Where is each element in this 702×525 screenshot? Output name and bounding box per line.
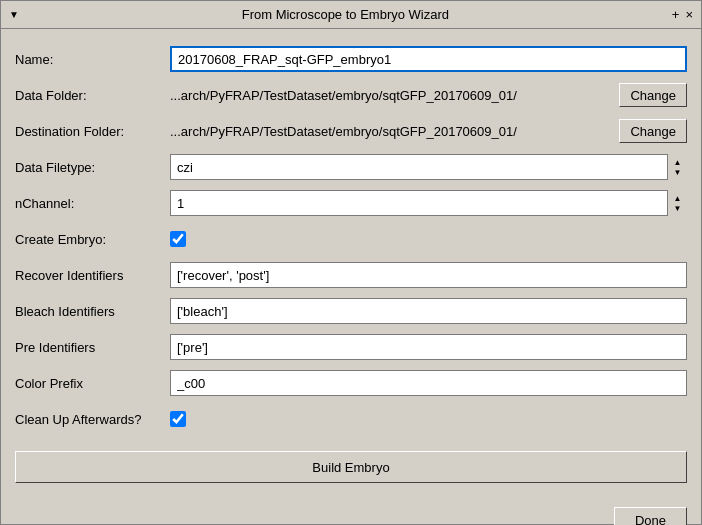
cleanup-checkbox[interactable] <box>170 411 186 427</box>
build-embryo-button[interactable]: Build Embryo <box>15 451 687 483</box>
close-button[interactable]: × <box>685 7 693 22</box>
cleanup-label: Clean Up Afterwards? <box>15 412 170 427</box>
bleach-identifiers-row: Bleach Identifiers <box>15 297 687 325</box>
nchannel-row: nChannel: 1 ▲ ▼ <box>15 189 687 217</box>
titlebar-controls: + × <box>672 7 693 22</box>
destination-folder-change-button[interactable]: Change <box>619 119 687 143</box>
create-embryo-row: Create Embryo: <box>15 225 687 253</box>
titlebar-arrow-icon: ▼ <box>9 9 19 20</box>
pre-identifiers-label: Pre Identifiers <box>15 340 170 355</box>
bottom-bar: Done <box>1 499 701 525</box>
form-content: Name: Data Folder: ...arch/PyFRAP/TestDa… <box>1 29 701 499</box>
pre-identifiers-row: Pre Identifiers <box>15 333 687 361</box>
recover-identifiers-input[interactable] <box>170 262 687 288</box>
data-folder-row: Data Folder: ...arch/PyFRAP/TestDataset/… <box>15 81 687 109</box>
data-folder-path: ...arch/PyFRAP/TestDataset/embryo/sqtGFP… <box>170 88 613 103</box>
data-folder-label: Data Folder: <box>15 88 170 103</box>
filetype-select[interactable]: czi <box>170 154 687 180</box>
name-row: Name: <box>15 45 687 73</box>
create-embryo-checkbox[interactable] <box>170 231 186 247</box>
destination-folder-label: Destination Folder: <box>15 124 170 139</box>
name-label: Name: <box>15 52 170 67</box>
nchannel-select[interactable]: 1 <box>170 190 687 216</box>
color-prefix-row: Color Prefix <box>15 369 687 397</box>
name-input[interactable] <box>170 46 687 72</box>
minimize-button[interactable]: + <box>672 7 680 22</box>
cleanup-row: Clean Up Afterwards? <box>15 405 687 433</box>
titlebar-title: From Microscope to Embryo Wizard <box>242 7 449 22</box>
create-embryo-label: Create Embryo: <box>15 232 170 247</box>
recover-identifiers-label: Recover Identifiers <box>15 268 170 283</box>
data-folder-change-button[interactable]: Change <box>619 83 687 107</box>
filetype-select-wrapper: czi ▲ ▼ <box>170 154 687 180</box>
filetype-row: Data Filetype: czi ▲ ▼ <box>15 153 687 181</box>
done-button[interactable]: Done <box>614 507 687 525</box>
main-window: ▼ From Microscope to Embryo Wizard + × N… <box>0 0 702 525</box>
destination-folder-path: ...arch/PyFRAP/TestDataset/embryo/sqtGFP… <box>170 124 613 139</box>
nchannel-select-wrapper: 1 ▲ ▼ <box>170 190 687 216</box>
titlebar: ▼ From Microscope to Embryo Wizard + × <box>1 1 701 29</box>
destination-folder-row: Destination Folder: ...arch/PyFRAP/TestD… <box>15 117 687 145</box>
filetype-label: Data Filetype: <box>15 160 170 175</box>
pre-identifiers-input[interactable] <box>170 334 687 360</box>
color-prefix-label: Color Prefix <box>15 376 170 391</box>
bleach-identifiers-label: Bleach Identifiers <box>15 304 170 319</box>
recover-identifiers-row: Recover Identifiers <box>15 261 687 289</box>
bleach-identifiers-input[interactable] <box>170 298 687 324</box>
color-prefix-input[interactable] <box>170 370 687 396</box>
nchannel-label: nChannel: <box>15 196 170 211</box>
